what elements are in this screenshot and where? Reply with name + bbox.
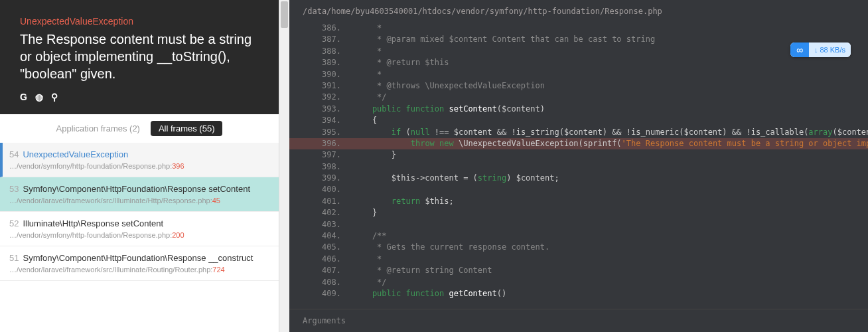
- code-line: 408. */: [320, 277, 868, 288]
- line-content: * @throws \UnexpectedValueException: [353, 80, 868, 92]
- line-number: 397.: [320, 149, 353, 161]
- line-content: throw new \UnexpectedValueException(spri…: [353, 138, 868, 149]
- stack-frame[interactable]: 52Illuminate\Http\Response setContent…/v…: [0, 212, 279, 246]
- frame-path: …/vendor/symfony/http-foundation/Respons…: [9, 231, 269, 239]
- line-number: 391.: [320, 80, 353, 92]
- arguments-list: "The Response content must be a string o…: [289, 328, 868, 332]
- code-line: 389. * @return $this: [320, 57, 868, 68]
- search-google-icon[interactable]: G: [20, 92, 27, 102]
- stack-frame[interactable]: 53Symfony\Component\HttpFoundation\Respo…: [0, 177, 279, 212]
- frame-path: …/vendor/laravel/framework/src/Illuminat…: [9, 197, 269, 205]
- line-content: $this->content = (string) $content;: [353, 173, 868, 184]
- code-line: 404. /**: [320, 230, 868, 242]
- search-duckduckgo-icon[interactable]: ◍: [35, 92, 43, 102]
- line-content: * Gets the current response content.: [353, 242, 868, 253]
- line-number: 396.: [320, 138, 353, 149]
- line-number: 394.: [320, 115, 353, 126]
- line-number: 393.: [320, 104, 353, 115]
- exception-message: The Response content must be a string or…: [20, 31, 259, 82]
- left-scrollbar-track[interactable]: [279, 0, 289, 332]
- frame-number: 54: [9, 149, 19, 159]
- frame-number: 52: [9, 218, 19, 228]
- line-content: [353, 219, 868, 230]
- cloud-icon: ∞: [790, 42, 809, 57]
- line-number: 388.: [320, 46, 353, 57]
- line-content: */: [353, 92, 868, 103]
- code-panel: /data/home/byu4603540001/htdocs/vendor/s…: [289, 0, 868, 332]
- code-line: 397. }: [320, 149, 868, 161]
- line-number: 406.: [320, 254, 353, 265]
- line-number: 405.: [320, 242, 353, 253]
- file-path: /data/home/byu4603540001/htdocs/vendor/s…: [289, 0, 868, 23]
- frame-title: Symfony\Component\HttpFoundation\Respons…: [23, 253, 253, 263]
- left-panel: UnexpectedValueException The Response co…: [0, 0, 279, 332]
- code-line: 403.: [320, 219, 868, 230]
- code-line: 393. public function setContent($content…: [320, 104, 868, 115]
- code-line: 391. * @throws \UnexpectedValueException: [320, 80, 868, 92]
- line-number: 398.: [320, 161, 353, 173]
- line-number: 386.: [320, 23, 353, 34]
- line-number: 402.: [320, 207, 353, 218]
- line-content: public function setContent($content): [353, 104, 868, 115]
- code-line: 409. public function getContent(): [320, 288, 868, 299]
- line-content: *: [353, 254, 868, 265]
- exception-header: UnexpectedValueException The Response co…: [0, 0, 279, 114]
- line-content: {: [353, 115, 868, 126]
- line-number: 400.: [320, 184, 353, 195]
- frame-path: …/vendor/laravel/framework/src/Illuminat…: [9, 266, 269, 274]
- line-number: 399.: [320, 173, 353, 184]
- line-number: 392.: [320, 92, 353, 103]
- line-number: 401.: [320, 196, 353, 207]
- line-content: [353, 161, 868, 173]
- line-content: *: [353, 23, 868, 34]
- line-number: 407.: [320, 265, 353, 276]
- code-line: 401. return $this;: [320, 196, 868, 207]
- frame-title: UnexpectedValueException: [23, 149, 128, 159]
- search-stackoverflow-icon[interactable]: ⚲: [51, 92, 58, 102]
- line-content: if (null !== $content && !is_string($con…: [353, 127, 868, 138]
- frame-title: Illuminate\Http\Response setContent: [23, 218, 163, 228]
- line-number: 408.: [320, 277, 353, 288]
- arguments-heading: Arguments: [289, 309, 868, 328]
- left-scrollbar-thumb[interactable]: [281, 1, 288, 28]
- code-line: 400.: [320, 184, 868, 195]
- code-line: 388. *: [320, 46, 868, 57]
- line-content: *: [353, 69, 868, 80]
- tab-application-frames[interactable]: Application frames (2): [56, 124, 140, 133]
- frames-tabs: Application frames (2) All frames (55): [0, 114, 279, 143]
- code-line: 387. * @param mixed $content Content tha…: [320, 34, 868, 45]
- code-line: 407. * @return string Content: [320, 265, 868, 276]
- code-line: 406. *: [320, 254, 868, 265]
- line-content: }: [353, 207, 868, 218]
- download-speed-text: ↓ 88 KB/s: [809, 42, 851, 57]
- line-number: 389.: [320, 57, 353, 68]
- download-speed-badge[interactable]: ∞ ↓ 88 KB/s: [790, 42, 851, 57]
- line-content: [353, 184, 868, 195]
- line-content: }: [353, 149, 868, 161]
- frames-list: 54UnexpectedValueException…/vendor/symfo…: [0, 143, 279, 332]
- code-line: 399. $this->content = (string) $content;: [320, 173, 868, 184]
- line-number: 390.: [320, 69, 353, 80]
- code-line: 402. }: [320, 207, 868, 218]
- frame-title: Symfony\Component\HttpFoundation\Respons…: [23, 184, 250, 194]
- line-number: 409.: [320, 288, 353, 299]
- code-line: 398.: [320, 161, 868, 173]
- exception-class: UnexpectedValueException: [20, 16, 259, 27]
- line-content: public function getContent(): [353, 288, 868, 299]
- code-line: 396. throw new \UnexpectedValueException…: [289, 138, 868, 149]
- line-number: 395.: [320, 127, 353, 138]
- code-line: 390. *: [320, 69, 868, 80]
- stack-frame[interactable]: 54UnexpectedValueException…/vendor/symfo…: [0, 143, 279, 177]
- code-line: 395. if (null !== $content && !is_string…: [320, 127, 868, 138]
- code-block: 386. *387. * @param mixed $content Conte…: [289, 23, 868, 305]
- line-number: 403.: [320, 219, 353, 230]
- code-line: 405. * Gets the current response content…: [320, 242, 868, 253]
- code-line: 394. {: [320, 115, 868, 126]
- line-content: * @return string Content: [353, 265, 868, 276]
- stack-frame[interactable]: 51Symfony\Component\HttpFoundation\Respo…: [0, 246, 279, 281]
- line-number: 404.: [320, 230, 353, 242]
- line-content: return $this;: [353, 196, 868, 207]
- tab-all-frames[interactable]: All frames (55): [151, 121, 223, 136]
- line-content: */: [353, 277, 868, 288]
- code-line: 392. */: [320, 92, 868, 103]
